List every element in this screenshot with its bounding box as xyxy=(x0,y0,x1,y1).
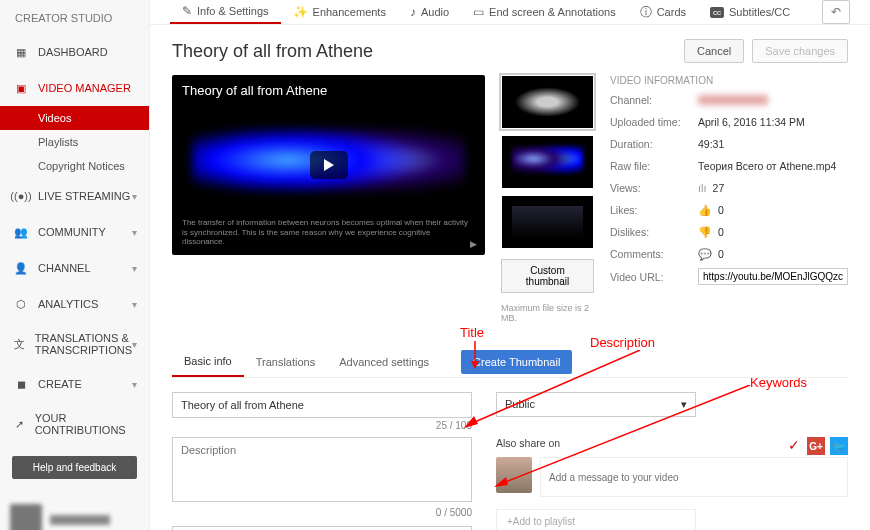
create-thumbnail-button[interactable]: Create Thumbnail xyxy=(461,350,572,374)
nav-label: VIDEO MANAGER xyxy=(38,82,131,94)
tab-enhancements[interactable]: ✨Enhancements xyxy=(281,0,398,24)
info-label: Likes: xyxy=(610,204,698,216)
play-icon[interactable] xyxy=(310,151,348,179)
tab-endscreen[interactable]: ▭End screen & Annotations xyxy=(461,0,628,24)
info-uploaded: April 6, 2016 11:34 PM xyxy=(698,116,805,128)
nav-channel[interactable]: 👤 CHANNEL ▾ xyxy=(0,250,149,286)
video-information-header: VIDEO INFORMATION xyxy=(610,75,848,86)
nav-dashboard[interactable]: ▦ DASHBOARD xyxy=(0,34,149,70)
info-label-channel: Channel: xyxy=(610,94,698,106)
nav-label: CREATE xyxy=(38,378,82,390)
dashboard-icon: ▦ xyxy=(12,44,30,60)
endscreen-icon: ▭ xyxy=(473,5,484,19)
tags-input[interactable]: theory of all✕ physics✕ mathematics✕ sci… xyxy=(172,526,472,530)
analytics-icon: ⬡ xyxy=(12,296,30,312)
info-dislikes: 0 xyxy=(718,226,724,238)
title-input[interactable] xyxy=(172,392,472,418)
cc-icon: cc xyxy=(710,7,724,18)
add-playlist-button[interactable]: +Add to playlist xyxy=(496,509,696,530)
info-rawfile: Теория Всего от Athene.mp4 xyxy=(698,160,836,172)
contrib-icon: ➚ xyxy=(12,416,27,432)
tab-label: Subtitles/CC xyxy=(729,6,790,18)
googleplus-icon[interactable]: G+ xyxy=(807,437,825,455)
chevron-down-icon: ▾ xyxy=(132,227,137,238)
tab-label: Info & Settings xyxy=(197,5,269,17)
comment-icon: 💬 xyxy=(698,248,712,261)
sub-playlists[interactable]: Playlists xyxy=(0,130,149,154)
player-caption: The transfer of information between neur… xyxy=(182,218,475,247)
video-player[interactable]: Theory of all from Athene The transfer o… xyxy=(172,75,485,255)
video-url-input[interactable] xyxy=(698,268,848,285)
tab-label: Audio xyxy=(421,6,449,18)
views-icon: ılı xyxy=(698,182,707,194)
custom-thumbnail-button[interactable]: Custom thumbnail xyxy=(501,259,594,293)
visibility-select[interactable]: Public▾ xyxy=(496,392,696,417)
live-icon: ((●)) xyxy=(12,188,30,204)
info-duration: 49:31 xyxy=(698,138,724,150)
info-views: 27 xyxy=(713,182,725,194)
info-likes: 0 xyxy=(718,204,724,216)
chevron-down-icon: ▾ xyxy=(132,263,137,274)
nav-label: YOUR CONTRIBUTIONS xyxy=(35,412,137,436)
nav-contributions[interactable]: ➚ YOUR CONTRIBUTIONS xyxy=(0,402,149,446)
nav-analytics[interactable]: ⬡ ANALYTICS ▾ xyxy=(0,286,149,322)
help-feedback-button[interactable]: Help and feedback xyxy=(12,456,137,479)
nav-community[interactable]: 👥 COMMUNITY ▾ xyxy=(0,214,149,250)
nav-translations[interactable]: 文 TRANSLATIONS & TRANSCRIPTIONS ▾ xyxy=(0,322,149,366)
info-label: Raw file: xyxy=(610,160,698,172)
title-counter: 25 / 100 xyxy=(172,420,472,431)
save-button[interactable]: Save changes xyxy=(752,39,848,63)
chevron-down-icon: ▾ xyxy=(132,379,137,390)
subtab-translations[interactable]: Translations xyxy=(244,348,328,376)
info-label: Video URL: xyxy=(610,271,698,283)
sub-videos[interactable]: Videos xyxy=(0,106,149,130)
chevron-down-icon: ▾ xyxy=(132,191,137,202)
info-label: Uploaded time: xyxy=(610,116,698,128)
video-icon: ▣ xyxy=(12,80,30,96)
creator-studio-header: CREATOR STUDIO xyxy=(0,0,149,34)
nav-label: COMMUNITY xyxy=(38,226,106,238)
tab-subtitles[interactable]: ccSubtitles/CC xyxy=(698,0,802,24)
thumbnail-option-2[interactable] xyxy=(501,135,594,189)
channel-icon: 👤 xyxy=(12,260,30,276)
description-textarea[interactable] xyxy=(172,437,472,502)
youtube-icon: ▶ xyxy=(470,239,477,249)
chevron-down-icon: ▾ xyxy=(132,339,137,350)
channel-value-redacted xyxy=(698,95,768,105)
subtab-advanced[interactable]: Advanced settings xyxy=(327,348,441,376)
share-message-input[interactable] xyxy=(540,457,848,497)
thumbnail-option-1[interactable] xyxy=(501,75,594,129)
nav-label: DASHBOARD xyxy=(38,46,108,58)
like-icon: 👍 xyxy=(698,204,712,217)
pencil-icon: ✎ xyxy=(182,4,192,18)
twitter-icon[interactable]: 🐦 xyxy=(830,437,848,455)
back-button[interactable]: ↶ xyxy=(822,0,850,24)
nav-video-manager[interactable]: ▣ VIDEO MANAGER xyxy=(0,70,149,106)
subtab-basic-info[interactable]: Basic info xyxy=(172,347,244,377)
nav-label: ANALYTICS xyxy=(38,298,98,310)
cards-icon: ⓘ xyxy=(640,4,652,21)
info-label: Dislikes: xyxy=(610,226,698,238)
nav-create[interactable]: ◼ CREATE ▾ xyxy=(0,366,149,402)
annotation-title: Title xyxy=(460,325,484,340)
nav-label: LIVE STREAMING xyxy=(38,190,130,202)
user-block xyxy=(0,489,149,530)
check-icon: ✓ xyxy=(788,437,800,455)
sub-copyright[interactable]: Copyright Notices xyxy=(0,154,149,178)
nav-label: TRANSLATIONS & TRANSCRIPTIONS xyxy=(35,332,132,356)
wand-icon: ✨ xyxy=(293,5,308,19)
cancel-button[interactable]: Cancel xyxy=(684,39,744,63)
thumb-size-note: Maximum file size is 2 MB. xyxy=(501,303,594,323)
info-comments: 0 xyxy=(718,248,724,260)
tab-info-settings[interactable]: ✎Info & Settings xyxy=(170,0,281,24)
nav-live[interactable]: ((●)) LIVE STREAMING ▾ xyxy=(0,178,149,214)
tab-cards[interactable]: ⓘCards xyxy=(628,0,698,24)
tab-audio[interactable]: ♪Audio xyxy=(398,0,461,24)
info-label: Comments: xyxy=(610,248,698,260)
share-label: Also share on xyxy=(496,437,560,449)
desc-counter: 0 / 5000 xyxy=(172,507,472,518)
thumbnail-option-3[interactable] xyxy=(501,195,594,249)
create-icon: ◼ xyxy=(12,376,30,392)
nav-label: CHANNEL xyxy=(38,262,91,274)
tab-label: Cards xyxy=(657,6,686,18)
